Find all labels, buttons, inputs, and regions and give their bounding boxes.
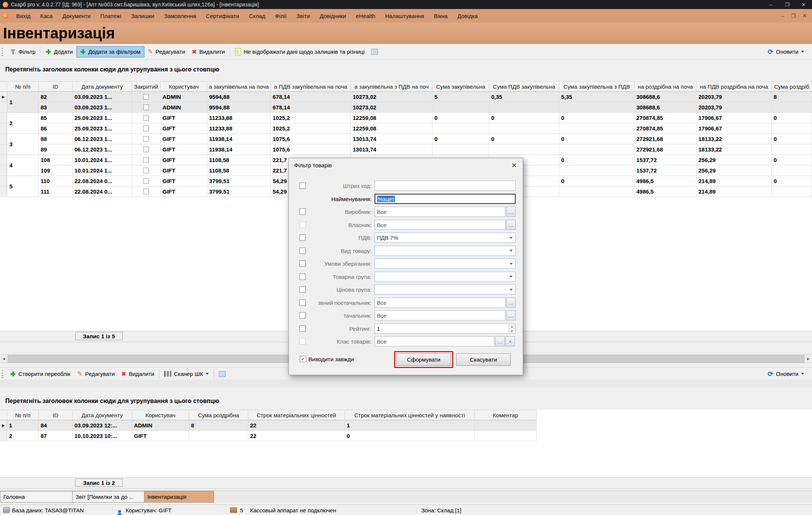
- refresh-button[interactable]: ⟳ Оновити: [764, 46, 807, 58]
- menu-item[interactable]: Філії: [270, 9, 291, 23]
- bottom-tab[interactable]: Звіт [Помилки за до ...: [73, 491, 144, 503]
- table-row[interactable]: 8625.09.2023 1...GIFT11233,881025,212259…: [39, 123, 812, 134]
- menu-item[interactable]: Вікна: [429, 9, 453, 23]
- menu-item[interactable]: Документи: [58, 9, 96, 23]
- menu-item[interactable]: Довідка: [452, 9, 483, 23]
- dropdown-input[interactable]: [375, 285, 516, 295]
- dropdown-input[interactable]: ПДВ 7%: [375, 233, 516, 243]
- menu-item[interactable]: Склад: [244, 9, 270, 23]
- minimize-button[interactable]: –: [762, 0, 779, 9]
- lookup-input[interactable]: Все: [375, 207, 505, 217]
- table-row[interactable]: 8203.09.2023 1...ADMIN9594,88678,1410273…: [39, 92, 812, 102]
- closed-checkbox[interactable]: [143, 105, 149, 110]
- column-header[interactable]: на ПДВ роздрібна на поча: [697, 81, 772, 92]
- closed-checkbox[interactable]: [143, 136, 149, 142]
- column-header[interactable]: Закритий: [132, 81, 161, 92]
- scroll-right-arrow[interactable]: ▸: [804, 354, 812, 363]
- closed-checkbox[interactable]: [143, 147, 149, 152]
- menu-item[interactable]: Залишки: [126, 9, 159, 23]
- menu-item[interactable]: Вихід: [11, 9, 35, 23]
- menu-item[interactable]: eHealth: [351, 9, 380, 23]
- table-row[interactable]: 28710.10.2023 10:...GIFT220: [0, 431, 537, 441]
- delete-button[interactable]: ✖ Видалити: [188, 46, 228, 58]
- cancel-button[interactable]: Скасувати: [456, 353, 511, 366]
- column-header[interactable]: № п/п: [7, 410, 39, 420]
- mdi-minimize-button[interactable]: –: [781, 13, 784, 19]
- lookup-input[interactable]: Все: [375, 311, 505, 321]
- column-header[interactable]: Сума закупівельна з ПДВ: [559, 81, 634, 92]
- add-by-filter-button[interactable]: Додати за фільтром: [76, 46, 144, 58]
- column-header[interactable]: [0, 410, 7, 420]
- column-chooser-button[interactable]: [216, 368, 229, 380]
- column-header[interactable]: ID: [39, 410, 73, 420]
- closed-checkbox[interactable]: [143, 94, 149, 100]
- field-checkbox[interactable]: [299, 235, 306, 241]
- closed-checkbox[interactable]: [143, 168, 149, 173]
- column-header[interactable]: Строк матеріальних цінностей: [248, 410, 345, 420]
- maximize-button[interactable]: ❐: [779, 0, 795, 9]
- spin-up-icon[interactable]: ▲: [509, 324, 515, 329]
- create-recount-button[interactable]: Створити переоблік: [7, 368, 74, 380]
- lookup-input[interactable]: Все: [375, 336, 495, 347]
- lookup-input[interactable]: Все: [375, 220, 505, 230]
- dropdown-input[interactable]: [375, 245, 516, 256]
- column-header[interactable]: [0, 81, 7, 92]
- closed-checkbox[interactable]: [143, 115, 149, 121]
- closed-checkbox[interactable]: [143, 157, 149, 163]
- refresh-recount-button[interactable]: ⟳ Оновити: [764, 368, 807, 380]
- column-header[interactable]: Дата документу: [73, 81, 132, 92]
- menu-item[interactable]: Каса: [35, 9, 58, 23]
- table-row[interactable]: 8525.09.2023 1...GIFT11233,881025,212259…: [39, 113, 812, 123]
- column-header[interactable]: № п/п: [7, 81, 39, 92]
- mdi-restore-button[interactable]: ❐: [791, 13, 796, 19]
- spin-down-icon[interactable]: ▼: [509, 329, 515, 333]
- hide-balances-button[interactable]: Не відображати дані щодо залишків та різ…: [232, 46, 368, 58]
- dropdown-input[interactable]: [375, 259, 516, 269]
- column-header[interactable]: на роздрібна на поча: [634, 81, 697, 92]
- bottom-tab[interactable]: Головна: [0, 491, 73, 503]
- ellipsis-button[interactable]: …: [506, 220, 516, 230]
- spinner-buttons[interactable]: ▲▼: [508, 324, 515, 333]
- add-button[interactable]: Додати: [42, 46, 76, 58]
- dialog-close-button[interactable]: ✕: [508, 161, 520, 170]
- lookup-input[interactable]: Все: [375, 297, 505, 307]
- table-row[interactable]: 8906.12.2023 1...GIFT11938,141075,613013…: [39, 144, 812, 155]
- field-checkbox[interactable]: [299, 209, 306, 215]
- field-checkbox[interactable]: [299, 273, 306, 280]
- field-checkbox[interactable]: [299, 338, 306, 345]
- menu-item[interactable]: Звіти: [291, 9, 315, 23]
- column-header[interactable]: Сума роздріб: [772, 81, 812, 92]
- column-header[interactable]: Дата документу: [73, 410, 132, 420]
- scroll-left-arrow[interactable]: ◂: [0, 354, 8, 363]
- field-checkbox[interactable]: [299, 286, 306, 293]
- always-show-checkbox[interactable]: ✓: [300, 356, 306, 362]
- field-checkbox[interactable]: [299, 325, 306, 332]
- menu-item[interactable]: Замовлення: [159, 9, 201, 23]
- column-header[interactable]: а ПДВ закупівельна на поча: [271, 81, 351, 92]
- column-header[interactable]: Строк матеріальних цінностей у наявності: [345, 410, 475, 420]
- submit-button[interactable]: Сформувати: [396, 353, 451, 366]
- ellipsis-button[interactable]: …: [495, 336, 505, 347]
- column-header[interactable]: Користувач: [161, 81, 207, 92]
- column-header[interactable]: Сума ПДВ закупівельна: [489, 81, 559, 92]
- mdi-close-button[interactable]: ✕: [802, 13, 807, 19]
- menu-item[interactable]: Сертифікати: [201, 9, 244, 23]
- bottom-tab[interactable]: Інвентаризація: [144, 491, 214, 503]
- barcode-scanner-button[interactable]: Сканер ШК: [161, 368, 212, 380]
- field-checkbox[interactable]: [299, 221, 306, 228]
- ellipsis-button[interactable]: …: [506, 311, 516, 321]
- ellipsis-button[interactable]: …: [506, 207, 516, 217]
- column-chooser-button[interactable]: [368, 46, 381, 58]
- filter-button[interactable]: Фільтр: [7, 46, 39, 58]
- table-row[interactable]: 8303.09.2023 1...ADMIN9594,88678,1410273…: [39, 102, 812, 113]
- menu-item[interactable]: Платежі: [96, 9, 126, 23]
- column-header[interactable]: Сума закупівельна: [433, 81, 489, 92]
- text-input[interactable]: [375, 181, 516, 191]
- closed-checkbox[interactable]: [143, 189, 149, 194]
- close-button[interactable]: ✕: [795, 0, 812, 9]
- dropdown-input[interactable]: [375, 271, 516, 282]
- edit-button[interactable]: ✎ Редагувати: [144, 46, 189, 58]
- name-filter-input[interactable]: %ацет: [375, 194, 516, 204]
- delete-recount-button[interactable]: ✖ Видалити: [118, 368, 158, 380]
- closed-checkbox[interactable]: [143, 126, 149, 131]
